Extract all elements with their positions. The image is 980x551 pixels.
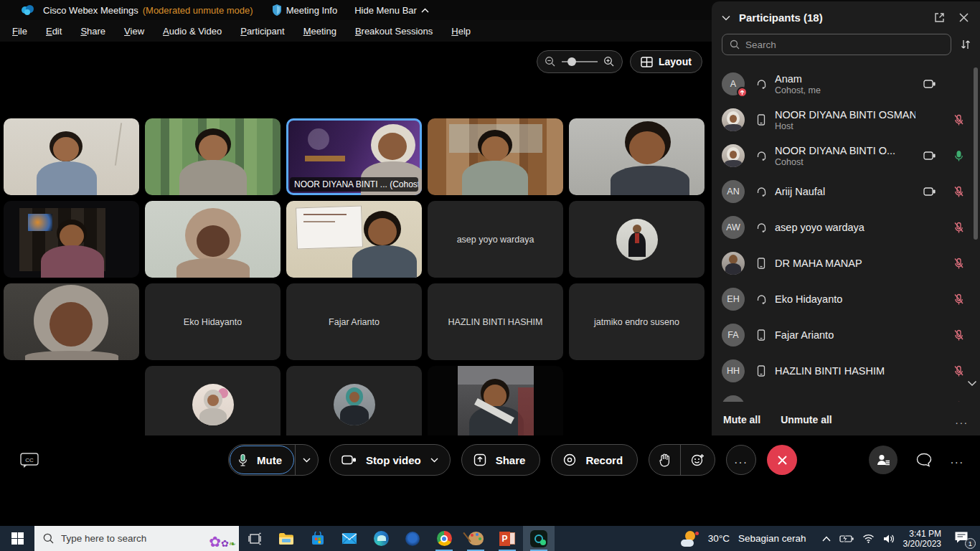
menu-audio-video[interactable]: Audio & Video bbox=[163, 26, 222, 37]
close-panel-icon[interactable] bbox=[959, 13, 969, 22]
mute-button[interactable]: Mute bbox=[230, 446, 294, 474]
search-highlight-flowers-image[interactable]: ✿✿❧ bbox=[209, 534, 236, 551]
menu-meeting[interactable]: Meeting bbox=[303, 26, 336, 37]
more-options-button[interactable]: ... bbox=[726, 445, 756, 475]
unmute-all-button[interactable]: Unmute all bbox=[781, 414, 832, 425]
paint-app-button[interactable] bbox=[460, 526, 491, 551]
share-button[interactable]: Share bbox=[461, 444, 541, 476]
menu-participant[interactable]: Participant bbox=[240, 26, 284, 37]
chrome-button[interactable] bbox=[428, 526, 460, 551]
grid-zoom-control[interactable] bbox=[537, 50, 623, 73]
zoom-in-icon[interactable] bbox=[603, 56, 615, 67]
file-explorer-button[interactable] bbox=[270, 526, 302, 551]
participant-row[interactable]: NOOR DIYANA BINTI OSMAN Host bbox=[712, 102, 980, 138]
zoom-slider[interactable] bbox=[562, 61, 598, 62]
video-tile[interactable] bbox=[428, 118, 563, 195]
mail-button[interactable] bbox=[334, 526, 365, 551]
reactions-button[interactable] bbox=[681, 453, 715, 467]
participants-scrollbar[interactable] bbox=[974, 67, 978, 354]
participant-row[interactable]: HH HAZLIN BINTI HASHIM bbox=[712, 353, 980, 389]
popout-icon[interactable] bbox=[934, 12, 945, 23]
raise-hand-button[interactable] bbox=[649, 453, 680, 467]
wifi-icon[interactable] bbox=[862, 534, 875, 543]
collapse-chevron-icon[interactable] bbox=[722, 15, 730, 21]
notification-center-button[interactable]: 1 bbox=[954, 531, 973, 547]
taskbar-clock[interactable]: 3:41 PM 3/20/2023 bbox=[903, 529, 941, 549]
battery-icon[interactable] bbox=[839, 534, 854, 543]
stop-video-button[interactable]: Stop video bbox=[329, 444, 451, 476]
speaker-icon[interactable] bbox=[883, 534, 895, 544]
participants-toggle-button[interactable] bbox=[869, 446, 897, 474]
participant-row[interactable]: DR MAHA MANAP bbox=[712, 245, 980, 281]
scrollbar-thumb[interactable] bbox=[974, 67, 978, 240]
record-button[interactable]: Record bbox=[551, 444, 638, 476]
microsoft-store-icon bbox=[311, 532, 325, 546]
tray-expand-chevron-icon[interactable] bbox=[822, 536, 831, 542]
hide-menu-bar-button[interactable]: Hide Menu Bar bbox=[354, 5, 429, 16]
mute-all-button[interactable]: Mute all bbox=[723, 414, 760, 425]
video-tile[interactable] bbox=[4, 201, 139, 278]
video-tile[interactable] bbox=[569, 118, 705, 195]
edge-button[interactable] bbox=[365, 526, 397, 551]
chat-toggle-button[interactable] bbox=[916, 453, 932, 467]
active-speaker-tile[interactable]: NOOR DIYANA BINTI ... (Cohost) bbox=[286, 118, 422, 195]
participant-row[interactable]: AN Ariij Naufal bbox=[712, 174, 980, 209]
menu-edit[interactable]: Edit bbox=[46, 26, 62, 37]
participant-row[interactable]: NOOR DIYANA BINTI O... Cohost bbox=[712, 138, 980, 174]
search-input[interactable] bbox=[745, 39, 943, 50]
weather-temp[interactable]: 30°C bbox=[708, 533, 730, 544]
video-tile[interactable] bbox=[428, 366, 563, 443]
weather-icon[interactable] bbox=[681, 531, 699, 547]
name-tile[interactable]: HAZLIN BINTI HASHIM bbox=[428, 283, 563, 360]
camera-on-icon bbox=[915, 79, 944, 89]
menu-share[interactable]: Share bbox=[80, 26, 105, 37]
participant-row[interactable]: AW asep yoyo wardaya bbox=[712, 209, 980, 245]
video-tile[interactable] bbox=[145, 118, 281, 195]
participant-row[interactable]: FA Fajar Arianto bbox=[712, 317, 980, 353]
video-options-chevron[interactable] bbox=[430, 458, 438, 463]
more-panels-button[interactable]: ... bbox=[951, 453, 964, 466]
name-tile[interactable]: jatmiko endro suseno bbox=[569, 283, 705, 360]
task-view-button[interactable] bbox=[239, 526, 270, 551]
avatar-tile[interactable] bbox=[145, 366, 281, 443]
layout-button[interactable]: Layout bbox=[630, 50, 702, 73]
participant-row[interactable]: HS Heri Sutanto Bin Sadirun bbox=[712, 389, 980, 402]
scroll-down-chevron-icon[interactable] bbox=[967, 380, 977, 387]
mic-muted-icon bbox=[944, 401, 973, 402]
video-tile[interactable] bbox=[4, 118, 139, 195]
participant-row[interactable]: A Anam Cohost, me bbox=[712, 66, 980, 102]
name-tile[interactable]: Eko Hidayanto bbox=[145, 283, 281, 360]
footer-more-button[interactable]: ... bbox=[955, 414, 969, 426]
leave-meeting-button[interactable] bbox=[767, 445, 797, 475]
search-box[interactable] bbox=[722, 34, 951, 55]
taskbar-search-box[interactable]: ✿✿❧ bbox=[34, 526, 239, 551]
avatar-tile[interactable] bbox=[569, 201, 705, 278]
closed-captions-button[interactable]: CC bbox=[20, 453, 39, 468]
avatar-tile[interactable] bbox=[286, 366, 422, 443]
menu-help[interactable]: Help bbox=[451, 26, 471, 37]
menu-file[interactable]: File bbox=[12, 26, 27, 37]
sort-icon[interactable] bbox=[960, 39, 971, 50]
video-tile[interactable] bbox=[145, 201, 281, 278]
menu-breakout-sessions[interactable]: Breakout Sessions bbox=[355, 26, 433, 37]
mute-options-chevron[interactable] bbox=[296, 458, 318, 463]
meeting-info-shield-icon[interactable] bbox=[272, 4, 282, 16]
meeting-info-label[interactable]: Meeting Info bbox=[286, 5, 338, 16]
avatar: HS bbox=[722, 395, 745, 402]
webex-taskbar-button[interactable] bbox=[523, 526, 555, 551]
start-button[interactable] bbox=[0, 526, 34, 551]
microsoft-store-button[interactable] bbox=[302, 526, 334, 551]
name-tile[interactable]: Fajar Arianto bbox=[286, 283, 422, 360]
participant-row[interactable]: EH Eko Hidayanto bbox=[712, 281, 980, 317]
weather-desc[interactable]: Sebagian cerah bbox=[738, 533, 806, 544]
video-tile[interactable] bbox=[286, 201, 422, 278]
name-tile[interactable]: asep yoyo wardaya bbox=[428, 201, 563, 278]
taskbar-time: 3:41 PM bbox=[903, 529, 941, 539]
zoom-out-icon[interactable] bbox=[545, 56, 556, 67]
menu-view[interactable]: View bbox=[124, 26, 144, 37]
app-blue-circle-button[interactable] bbox=[397, 526, 428, 551]
zoom-slider-knob[interactable] bbox=[567, 57, 576, 66]
participant-name: Anam bbox=[775, 73, 915, 85]
powerpoint-button[interactable]: P bbox=[491, 526, 523, 551]
video-tile[interactable] bbox=[4, 283, 139, 360]
